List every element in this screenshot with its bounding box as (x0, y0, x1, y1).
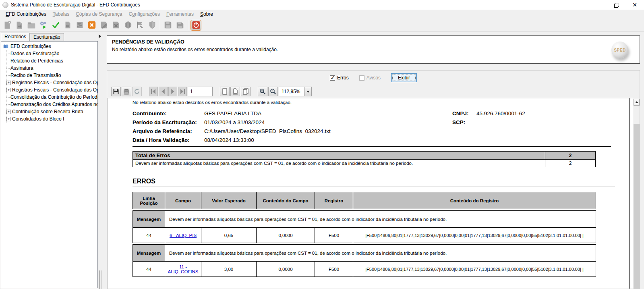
minimize-button[interactable] (588, 0, 607, 10)
first-page-button[interactable] (149, 87, 158, 96)
report-viewport: No relatório abaixo estão descritos os e… (107, 98, 640, 289)
zoom-in-button[interactable] (258, 87, 267, 96)
campo-link-aliq-cofins[interactable]: 11 - ALIQ_COFINS (168, 264, 198, 274)
splitter-grip (99, 270, 101, 289)
toolbar-separator (160, 20, 160, 30)
expand-plus-icon[interactable] (6, 88, 11, 92)
delete-record-button[interactable] (110, 19, 122, 31)
next-page-button[interactable] (168, 87, 177, 96)
fit-page-view-button[interactable] (230, 87, 240, 96)
open-file-icon (15, 21, 24, 29)
tree-root-efd-contribuicoes[interactable]: EFD Contribuições (3, 43, 97, 50)
vertical-scrollbar[interactable] (633, 98, 640, 289)
toolbar-separator (188, 20, 188, 30)
campo-cell: 6 - ALIQ_PIS (165, 228, 201, 243)
previous-page-icon (159, 87, 167, 96)
expand-plus-icon[interactable] (6, 117, 11, 121)
tree-item-registros-fiscais-2[interactable]: Registros Fiscais - Consolidação das Ope… (6, 86, 97, 94)
transmit-button[interactable] (122, 19, 134, 31)
report-print-button[interactable] (122, 87, 131, 96)
splitter-collapse-icon[interactable] (99, 34, 101, 38)
campo-link-aliq-pis[interactable]: 6 - ALIQ_PIS (170, 233, 197, 238)
next-page-icon (169, 87, 177, 96)
delete-record-icon (112, 21, 120, 29)
avisos-checkbox[interactable] (359, 75, 364, 81)
report-save-button[interactable] (111, 87, 121, 96)
conteudo-campo-cell: 0,0000 (257, 228, 315, 243)
folder-icon (27, 21, 36, 29)
tree-item-relatorio-de-pendencias[interactable]: Relatório de Pendências (6, 57, 97, 64)
titlebar: Sistema Público de Escrituração Digital … (0, 0, 644, 10)
menu-ferramentas[interactable]: Ferramentas (163, 10, 197, 18)
multi-page-view-button[interactable] (241, 87, 251, 96)
menu-efd-contribuicoes[interactable]: EFD Contribuições (2, 10, 50, 18)
validate-button[interactable] (37, 19, 50, 31)
cancel-button[interactable] (86, 19, 98, 31)
first-page-icon (149, 87, 157, 96)
exibir-button[interactable]: Exibir (391, 73, 417, 82)
scp-label: SCP: (452, 119, 476, 125)
expand-plus-icon[interactable] (6, 110, 11, 114)
avisos-checkbox-group[interactable]: Avisos (359, 75, 381, 81)
tree-item-recibo-de-transmissao[interactable]: Recibo de Transmissão (6, 72, 97, 79)
registro-cell: F500 (315, 262, 353, 277)
erros-checkbox[interactable] (330, 75, 335, 81)
restore-icon (614, 3, 618, 7)
previous-page-button[interactable] (159, 87, 168, 96)
sign-file-button[interactable] (74, 19, 86, 31)
conteudo-registro-cell: |F500|14806,80|01|1777,13|13029,67|0,000… (353, 262, 596, 277)
zoom-level-combo[interactable]: 112,95% (279, 87, 312, 96)
tree-item-demonstracao-creditos[interactable]: Demonstração dos Créditos Apurados no Pe… (6, 101, 97, 108)
report-refresh-button[interactable] (132, 87, 142, 96)
menu-copias-de-seguranca[interactable]: Cópias de Segurança (72, 10, 125, 18)
window-title: Sistema Público de Escrituração Digital … (11, 2, 140, 8)
tree-item-assinatura[interactable]: Assinatura (6, 64, 97, 72)
sidebar-splitter[interactable] (98, 32, 103, 289)
col-header-campo: Campo (165, 192, 201, 209)
check-button[interactable] (50, 19, 62, 31)
menu-tabelas[interactable]: Tabelas (50, 10, 72, 18)
open-folder-button[interactable] (25, 19, 37, 31)
page-number-input[interactable] (188, 87, 213, 96)
erros-checkbox-group[interactable]: Erros (330, 75, 349, 81)
chevron-down-icon[interactable] (304, 87, 311, 96)
save-copy-icon (176, 21, 184, 29)
tab-escrituracao[interactable]: Escrituração (30, 33, 64, 41)
periodo-value: 01/03/2024 a 31/03/2024 (204, 119, 265, 125)
single-page-view-button[interactable] (220, 87, 230, 96)
report-header-fields: Contribuinte: GFS PAPELARIA LTDA CNPJ: 4… (133, 110, 596, 143)
tab-relatorios[interactable]: Relatórios (1, 33, 30, 41)
tree-item-contribuicao-receita-bruta[interactable]: Contribuição sobre Receita Bruta (6, 108, 97, 115)
scroll-up-button[interactable] (634, 99, 640, 106)
tree-item-consolidados-bloco-i[interactable]: Consolidados do Bloco I (6, 115, 97, 123)
restore-button[interactable] (607, 0, 625, 10)
save-button[interactable] (162, 19, 174, 31)
close-button[interactable]: ✕ (625, 0, 644, 10)
new-file-button[interactable] (1, 19, 13, 31)
tree-item-registros-fiscais-1[interactable]: Registros Fiscais - Consolidação das Ope… (6, 79, 97, 86)
edit-record-button[interactable] (98, 19, 110, 31)
menu-sobre[interactable]: Sobre (197, 10, 216, 18)
tree-item-dados-da-escrituracao[interactable]: Dados da Escrituração (6, 50, 97, 57)
avisos-label: Avisos (367, 75, 381, 81)
save-copy-button[interactable] (174, 19, 186, 31)
report-toolbar: 112,95% (107, 85, 640, 98)
scrollbar-thumb[interactable] (634, 124, 640, 289)
stamp-button[interactable] (134, 19, 146, 31)
import-file-button[interactable] (62, 19, 74, 31)
shield-button[interactable] (146, 19, 158, 31)
zoom-out-button[interactable] (268, 87, 278, 96)
zoom-in-icon (259, 88, 266, 95)
report-page: No relatório abaixo estão descritos os e… (107, 98, 633, 289)
linha-cell: 44 (133, 228, 165, 243)
contribuinte-label: Contribuinte: (133, 110, 204, 116)
col-header-linha-posicao: Linha Posição (133, 192, 165, 209)
expand-plus-icon[interactable] (6, 81, 11, 85)
last-page-button[interactable] (178, 87, 187, 96)
exit-button[interactable] (191, 20, 201, 31)
open-file-button[interactable] (13, 19, 25, 31)
single-page-icon (222, 88, 228, 95)
menu-configuracoes[interactable]: Configurações (126, 10, 163, 18)
check-icon (51, 21, 60, 29)
tree-item-consolidacao-contribuicao[interactable]: Consolidação da Contribuição do Período (6, 94, 97, 101)
